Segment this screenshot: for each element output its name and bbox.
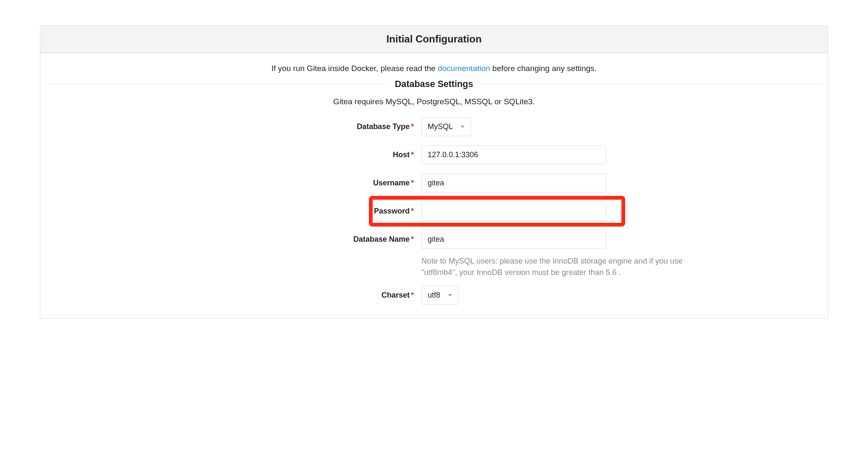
db-type-value: MySQL bbox=[428, 122, 453, 131]
mysql-note-text: Note to MySQL users: please use the Inno… bbox=[421, 256, 686, 278]
panel-title: Initial Configuration bbox=[40, 26, 828, 53]
intro-text: If you run Gitea inside Docker, please r… bbox=[46, 64, 822, 73]
label-charset-text: Charset bbox=[381, 291, 410, 299]
chevron-down-icon bbox=[460, 126, 465, 128]
documentation-link[interactable]: documentation bbox=[438, 64, 490, 73]
db-requirements-note: Gitea requires MySQL, PostgreSQL, MSSQL … bbox=[46, 97, 822, 106]
chevron-down-icon bbox=[448, 294, 452, 296]
panel-body: If you run Gitea inside Docker, please r… bbox=[40, 53, 828, 318]
label-db-type: Database Type* bbox=[182, 122, 421, 131]
label-username: Username* bbox=[182, 179, 421, 187]
db-settings-heading: Database Settings bbox=[46, 79, 822, 90]
field-host: Host* bbox=[182, 145, 686, 164]
label-charset: Charset* bbox=[182, 291, 421, 300]
required-asterisk: * bbox=[411, 179, 414, 187]
db-name-input[interactable] bbox=[421, 230, 606, 249]
label-host-text: Host bbox=[393, 150, 410, 159]
field-db-name: Database Name* bbox=[182, 230, 686, 249]
intro-prefix: If you run Gitea inside Docker, please r… bbox=[271, 64, 438, 73]
control-password bbox=[421, 202, 686, 221]
db-type-select[interactable]: MySQL bbox=[421, 117, 471, 136]
field-charset: Charset* utf8 bbox=[182, 286, 686, 305]
db-form: Database Type* MySQL Host* bbox=[182, 117, 686, 305]
required-asterisk: * bbox=[411, 291, 414, 299]
label-username-text: Username bbox=[373, 179, 410, 187]
control-mysql-note: Note to MySQL users: please use the Inno… bbox=[421, 256, 686, 278]
label-password: Password* bbox=[182, 207, 421, 216]
required-asterisk: * bbox=[411, 207, 414, 215]
field-password: Password* bbox=[182, 202, 686, 221]
label-db-name: Database Name* bbox=[182, 235, 421, 244]
password-input[interactable] bbox=[421, 202, 606, 221]
label-db-name-text: Database Name bbox=[353, 235, 410, 243]
label-db-type-text: Database Type bbox=[357, 122, 410, 131]
label-host: Host* bbox=[182, 150, 421, 159]
username-input[interactable] bbox=[421, 174, 606, 193]
control-db-type: MySQL bbox=[421, 117, 686, 136]
charset-value: utf8 bbox=[428, 291, 440, 300]
required-asterisk: * bbox=[411, 235, 414, 243]
control-db-name bbox=[421, 230, 686, 249]
intro-suffix: before changing any settings. bbox=[490, 64, 597, 73]
control-host bbox=[421, 145, 686, 164]
host-input[interactable] bbox=[421, 145, 606, 164]
label-password-text: Password bbox=[374, 207, 410, 215]
required-asterisk: * bbox=[411, 150, 414, 159]
control-username bbox=[421, 174, 686, 193]
field-db-type: Database Type* MySQL bbox=[182, 117, 686, 136]
required-asterisk: * bbox=[411, 122, 414, 131]
field-username: Username* bbox=[182, 174, 686, 193]
db-settings-heading-text: Database Settings bbox=[387, 79, 481, 90]
field-mysql-note: . Note to MySQL users: please use the In… bbox=[182, 256, 686, 278]
charset-select[interactable]: utf8 bbox=[421, 286, 458, 305]
config-panel: Initial Configuration If you run Gitea i… bbox=[40, 25, 828, 319]
control-charset: utf8 bbox=[421, 286, 686, 305]
